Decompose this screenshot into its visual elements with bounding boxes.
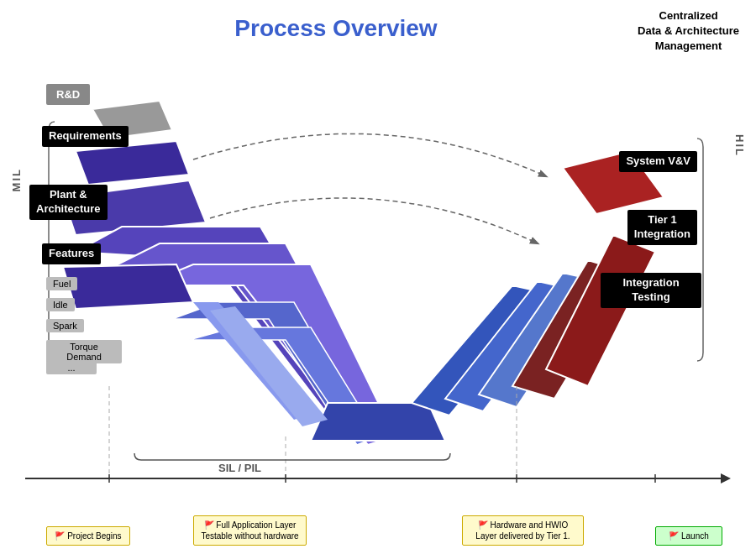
svg-marker-9 — [311, 403, 445, 441]
sil-pil-label: SIL / PIL — [218, 462, 261, 474]
requirements-label: Requirements — [42, 126, 129, 147]
hardware-icon: 🚩 — [478, 520, 488, 530]
hil-label: HIL — [733, 134, 746, 157]
feature-torque: Torque Demand — [46, 340, 122, 363]
launch-box: 🚩 Launch — [655, 526, 722, 546]
top-right-box: Centralized Data & Architecture Manageme… — [638, 8, 739, 55]
launch-icon: 🚩 — [669, 531, 679, 541]
project-begins-icon: 🚩 — [55, 531, 65, 541]
top-right-line1: Centralized — [659, 9, 718, 22]
plant-arch-text: Plant &Architecture — [36, 188, 101, 215]
project-begins-box: 🚩 Project Begins — [46, 526, 130, 546]
system-vv-label: System V&V — [619, 151, 697, 172]
tier1-label: Tier 1Integration — [627, 210, 697, 245]
svg-marker-22 — [721, 473, 731, 483]
tier1-text: Tier 1Integration — [634, 213, 690, 240]
hardware-text: Hardware and HWIO Layer delivered by Tie… — [475, 520, 570, 541]
feature-fuel: Fuel — [46, 277, 77, 290]
v-diagram-svg — [25, 50, 731, 487]
svg-marker-8 — [63, 264, 193, 309]
launch-text: Launch — [681, 531, 709, 541]
rd-box: R&D — [46, 84, 90, 105]
project-begins-text: Project Begins — [67, 531, 121, 541]
mil-label: MIL — [10, 168, 23, 191]
full-app-text: Full Application Layer Testable without … — [201, 520, 298, 541]
feature-ellipsis: ... — [46, 361, 97, 374]
features-label: Features — [42, 243, 101, 264]
full-app-icon: 🚩 — [204, 520, 214, 530]
int-testing-text: IntegrationTesting — [622, 276, 679, 303]
svg-marker-1 — [76, 141, 189, 185]
feature-spark: Spark — [46, 319, 84, 332]
top-right-line2: Data & Architecture — [638, 24, 739, 37]
full-app-box: 🚩 Full Application Layer Testable withou… — [193, 515, 307, 546]
feature-idle: Idle — [46, 298, 75, 311]
page-container: Process Overview Centralized Data & Arch… — [0, 0, 756, 554]
hardware-box: 🚩 Hardware and HWIO Layer delivered by T… — [462, 515, 584, 546]
int-testing-label: IntegrationTesting — [601, 273, 701, 308]
main-title: Process Overview — [168, 15, 504, 42]
plant-arch-label: Plant &Architecture — [29, 185, 108, 220]
